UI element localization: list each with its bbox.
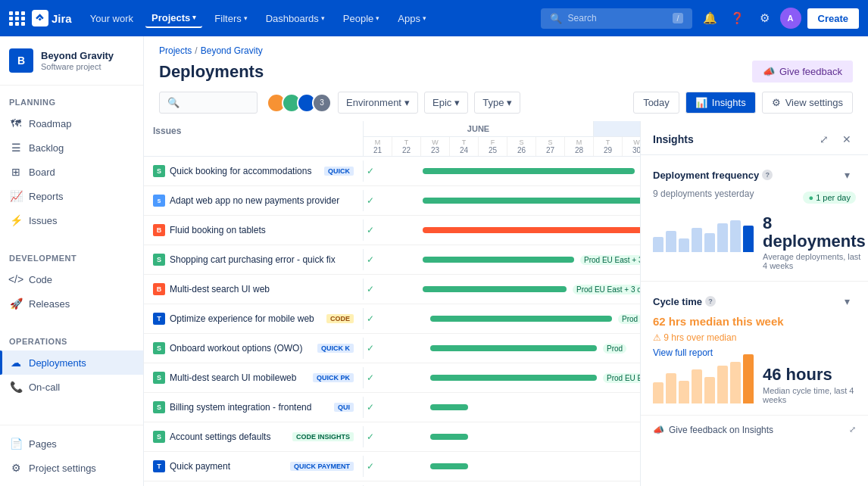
table-row[interactable]: s Adapt web app no new payments provider… [144, 186, 641, 216]
nav-people[interactable]: People ▾ [337, 10, 386, 27]
type-filter[interactable]: Type ▾ [474, 92, 520, 114]
sidebar-item-project-settings[interactable]: ⚙ Project settings [0, 456, 143, 480]
table-row[interactable]: B Fluid booking on tablets ✓ Staging [144, 216, 641, 245]
sidebar-item-issues[interactable]: ⚡ Issues [0, 208, 143, 232]
project-header[interactable]: B Beyond Gravity Software project [0, 36, 143, 86]
mini-bar [666, 231, 676, 252]
info-icon[interactable]: ? [762, 170, 773, 180]
notifications-icon[interactable]: 🔔 [698, 6, 723, 30]
table-row[interactable]: S Account settings defaults CODE INSIGHT… [144, 422, 641, 452]
collapse-cycle-icon[interactable]: ▾ [838, 292, 856, 310]
nav-dashboards[interactable]: Dashboards ▾ [260, 10, 331, 27]
deployment-freq-title: Deployment frequency ? [653, 170, 773, 181]
view-settings-button[interactable]: ⚙ View settings [762, 92, 853, 114]
mini-bar [704, 377, 715, 403]
gantt-bar [430, 404, 468, 410]
jira-logo[interactable]: Jira [32, 10, 72, 26]
top-navigation: Jira Your work Projects ▾ Filters ▾ Dash… [0, 0, 868, 36]
releases-icon: 🚀 [9, 297, 23, 310]
nav-projects[interactable]: Projects ▾ [145, 9, 202, 28]
expand-feedback-icon[interactable]: ⤢ [849, 425, 856, 435]
deployment-value: 8 deployments [763, 214, 866, 251]
planning-section: PLANNING 🗺 Roadmap ☰ Backlog ⊞ Board 📈 R… [0, 86, 143, 241]
table-row[interactable]: B Multi-dest search UI web ✓ Prod EU Eas… [144, 275, 641, 304]
day-cell: S26 [507, 137, 536, 156]
pages-icon: 📄 [9, 437, 23, 450]
gantt-bar-area: ✓ Prod [364, 334, 641, 363]
issue-cell: S Shopping cart purchasing error - quick… [144, 249, 364, 270]
chevron-down-icon: ▾ [192, 14, 196, 21]
insights-panel-header: Insights ⤢ ✕ [641, 121, 868, 155]
epic-filter[interactable]: Epic ▾ [424, 92, 468, 114]
nav-your-work[interactable]: Your work [84, 10, 139, 27]
view-report-link[interactable]: View full report [653, 347, 856, 358]
mini-bar [692, 369, 702, 403]
sidebar-item-reports[interactable]: 📈 Reports [0, 184, 143, 208]
sidebar-item-code[interactable]: </> Code [0, 267, 143, 291]
issue-text: Quick booking for accommodations [170, 166, 318, 176]
give-feedback-button[interactable]: 📣 Give feedback [752, 61, 853, 83]
nav-apps[interactable]: Apps ▾ [392, 10, 432, 27]
logo-text: Jira [52, 12, 72, 25]
avatar-stack: 3 [267, 93, 332, 113]
sidebar-item-pages[interactable]: 📄 Pages [0, 431, 143, 456]
table-row[interactable]: T Quick payment QUICK PAYMENT ✓ [144, 452, 641, 481]
table-row[interactable]: S Fast trip search QUICK PAYMENT ✓ [144, 481, 641, 486]
sidebar-item-backlog[interactable]: ☰ Backlog [0, 136, 143, 160]
issue-type-icon: S [153, 165, 165, 177]
insights-feedback-row[interactable]: 📣 Give feedback on Insights ⤢ [641, 416, 868, 444]
issue-type-icon: S [153, 254, 165, 266]
gantt-bar [423, 227, 641, 233]
gantt-bar [423, 286, 567, 292]
breadcrumb-projects[interactable]: Projects [159, 45, 192, 56]
environment-filter[interactable]: Environment ▾ [338, 92, 418, 114]
deployment-chart [653, 214, 754, 252]
table-row[interactable]: S Onboard workout options (OWO) QUICK K … [144, 334, 641, 363]
avatar-count[interactable]: 3 [312, 93, 332, 113]
day-cell: F25 [479, 137, 507, 156]
issue-cell: B Fluid booking on tablets [144, 220, 364, 241]
user-avatar[interactable]: A [780, 8, 801, 29]
insights-button[interactable]: 📊 Insights [685, 92, 756, 114]
help-icon[interactable]: ❓ [726, 6, 750, 30]
gantt-bar-area: ✓ Staging [364, 216, 641, 245]
day-cell: T24 [450, 137, 479, 156]
sidebar-item-deployments[interactable]: ☁ Deployments [0, 350, 143, 375]
issue-type-icon: B [153, 224, 165, 236]
sidebar-item-releases[interactable]: 🚀 Releases [0, 291, 143, 316]
sidebar-item-on-call[interactable]: 📞 On-call [0, 375, 143, 399]
gantt-bar-area: ✓ [364, 422, 641, 451]
search-bar[interactable]: 🔍 Search / [541, 8, 692, 29]
table-row[interactable]: S Multi-dest search UI mobileweb QUICK P… [144, 363, 641, 393]
apps-grid-icon[interactable] [9, 11, 26, 26]
chevron-down-icon: ▾ [404, 97, 410, 108]
info-icon-cycle[interactable]: ? [705, 296, 716, 307]
settings-icon[interactable]: ⚙ [753, 6, 777, 30]
create-button[interactable]: Create [807, 8, 859, 29]
chevron-down-icon: ▾ [454, 97, 460, 108]
sidebar-item-roadmap[interactable]: 🗺 Roadmap [0, 111, 143, 136]
project-icon: B [9, 48, 33, 73]
table-row[interactable]: T Optimize experience for mobile web COD… [144, 304, 641, 334]
close-icon[interactable]: ✕ [838, 130, 856, 148]
table-row[interactable]: S Billing system integration - frontend … [144, 393, 641, 422]
sidebar-item-label: Code [29, 274, 52, 285]
issue-rows: S Quick booking for accommodations QUICK… [144, 157, 641, 486]
sidebar-item-board[interactable]: ⊞ Board [0, 160, 143, 184]
sidebar-item-label: On-call [29, 382, 60, 393]
app-layout: B Beyond Gravity Software project PLANNI… [0, 36, 868, 486]
collapse-icon[interactable]: ▾ [838, 166, 856, 184]
today-button[interactable]: Today [633, 92, 679, 114]
table-row[interactable]: S Quick booking for accommodations QUICK… [144, 157, 641, 186]
breadcrumb-project[interactable]: Beyond Gravity [201, 45, 263, 56]
operations-label: OPERATIONS [0, 334, 143, 350]
sidebar: B Beyond Gravity Software project PLANNI… [0, 36, 144, 486]
day-cell: W30 [623, 137, 641, 156]
search-input[interactable]: 🔍 [159, 92, 258, 114]
expand-icon[interactable]: ⤢ [815, 130, 833, 148]
gantt-area: Issues JUNE JULY M21T22W23T24F25S26S27M2… [144, 121, 641, 486]
roadmap-icon: 🗺 [9, 117, 23, 130]
table-row[interactable]: S Shopping cart purchasing error - quick… [144, 245, 641, 275]
sidebar-item-label: Pages [29, 438, 57, 450]
nav-filters[interactable]: Filters ▾ [208, 10, 253, 27]
